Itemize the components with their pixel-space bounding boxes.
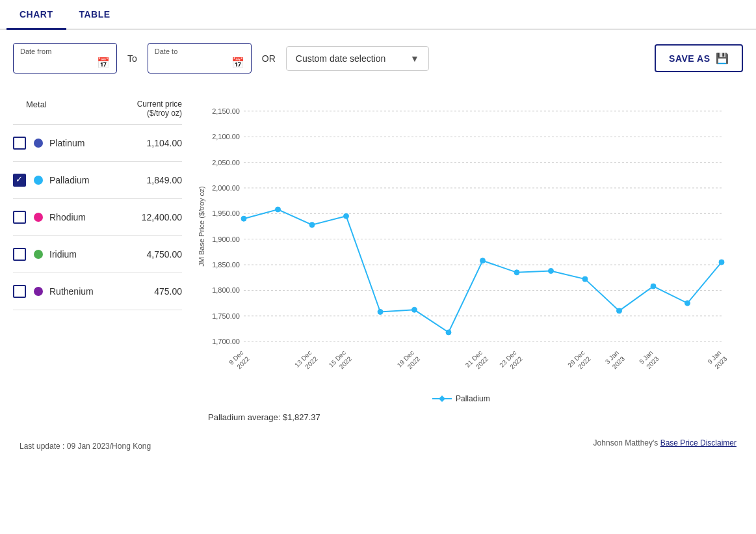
metal-name-ruthenium: Ruthenium — [49, 286, 137, 297]
svg-text:1,750.00: 1,750.00 — [212, 312, 240, 320]
dot-rhodium — [34, 213, 43, 222]
table-header: Metal Current price ($/troy oz) — [13, 93, 182, 125]
dot-palladium — [34, 176, 43, 185]
metal-row-iridium: Iridium4,750.00 — [13, 236, 182, 273]
metal-price-platinum: 1,104.00 — [137, 138, 182, 148]
palladium-average: Palladium average: $1,827.37 — [195, 412, 320, 422]
svg-point-49 — [514, 270, 519, 275]
metal-price-iridium: 4,750.00 — [137, 249, 182, 260]
metal-table: Metal Current price ($/troy oz) Platinum… — [7, 87, 189, 429]
date-to-calendar-icon[interactable]: 📅 — [231, 57, 244, 69]
checkbox-platinum[interactable] — [13, 137, 26, 150]
metal-price-ruthenium: 475.00 — [137, 286, 182, 297]
custom-date-label: Custom date selection — [296, 53, 386, 64]
svg-point-46 — [412, 307, 417, 312]
svg-point-55 — [719, 260, 724, 265]
svg-point-44 — [344, 213, 349, 219]
svg-point-54 — [685, 300, 690, 306]
svg-point-42 — [276, 207, 281, 212]
dot-platinum — [34, 139, 43, 148]
svg-text:2,150.00: 2,150.00 — [212, 107, 240, 115]
svg-text:2,000.00: 2,000.00 — [212, 184, 240, 192]
save-label: SAVE AS — [669, 53, 710, 64]
checkbox-palladium[interactable] — [13, 174, 26, 187]
svg-text:1,800.00: 1,800.00 — [212, 286, 240, 294]
metal-row-ruthenium: Ruthenium475.00 — [13, 273, 182, 310]
custom-date-select[interactable]: Custom date selection ▼ — [286, 46, 429, 71]
col-header-metal: Metal — [26, 100, 47, 118]
tab-chart[interactable]: CHART — [7, 0, 66, 29]
save-as-button[interactable]: SAVE AS 💾 — [655, 44, 743, 72]
checkbox-ruthenium[interactable] — [13, 285, 26, 298]
svg-text:1,950.00: 1,950.00 — [212, 209, 240, 217]
dot-iridium — [34, 250, 43, 259]
price-chart: 2,150.002,100.002,050.002,000.001,950.00… — [195, 93, 735, 405]
tab-table[interactable]: TABLE — [66, 0, 124, 29]
date-from-field: Date from Dec 9, 2022 📅 — [13, 43, 117, 73]
date-to-field: Date to Jan 9, 2023 📅 — [148, 43, 252, 73]
disclaimer-link[interactable]: Base Price Disclaimer — [660, 438, 736, 447]
chart-footer: Palladium average: $1,827.37 — [195, 412, 743, 422]
metal-rows-container: Platinum1,104.00Palladium1,849.00Rhodium… — [13, 125, 182, 310]
or-separator: OR — [259, 53, 278, 64]
svg-text:Palladium: Palladium — [456, 394, 490, 403]
to-separator: To — [125, 53, 140, 64]
metal-price-palladium: 1,849.00 — [137, 175, 182, 185]
svg-text:1,900.00: 1,900.00 — [212, 235, 240, 243]
date-from-input[interactable]: Dec 9, 2022 — [20, 58, 92, 68]
chevron-down-icon: ▼ — [410, 53, 419, 64]
disclaimer: Johnson Matthey's Base Price Disclaimer — [580, 438, 749, 454]
metal-name-palladium: Palladium — [49, 175, 137, 185]
date-from-calendar-icon[interactable]: 📅 — [97, 57, 110, 69]
chart-wrapper: 2,150.002,100.002,050.002,000.001,950.00… — [195, 93, 743, 405]
disclaimer-prefix: Johnson Matthey's — [593, 438, 660, 447]
svg-text:1,700.00: 1,700.00 — [212, 338, 240, 345]
controls-row: Date from Dec 9, 2022 📅 To Date to Jan 9… — [0, 30, 756, 87]
svg-text:2,050.00: 2,050.00 — [212, 159, 240, 167]
last-update: Last update : 09 Jan 2023/Hong Kong — [7, 431, 164, 461]
metal-price-rhodium: 12,400.00 — [137, 212, 182, 222]
svg-marker-57 — [439, 395, 445, 402]
svg-point-50 — [549, 268, 554, 273]
tabs-bar: CHART TABLE — [0, 0, 756, 30]
date-from-label: Date from — [20, 47, 110, 55]
svg-point-51 — [582, 276, 588, 282]
svg-text:1,850.00: 1,850.00 — [212, 261, 240, 269]
svg-point-47 — [446, 330, 451, 335]
bottom-row: Last update : 09 Jan 2023/Hong Kong John… — [0, 429, 756, 464]
checkbox-rhodium[interactable] — [13, 211, 26, 224]
save-icon: 💾 — [716, 52, 729, 64]
app-container: CHART TABLE Date from Dec 9, 2022 📅 To D… — [0, 0, 756, 534]
svg-point-48 — [480, 258, 486, 263]
svg-point-53 — [651, 284, 656, 289]
svg-text:2,100.00: 2,100.00 — [212, 133, 240, 140]
metal-name-platinum: Platinum — [49, 138, 137, 148]
metal-name-rhodium: Rhodium — [49, 212, 137, 222]
metal-name-iridium: Iridium — [49, 249, 137, 260]
svg-point-43 — [309, 222, 315, 228]
chart-area: 2,150.002,100.002,050.002,000.001,950.00… — [189, 87, 749, 429]
main-content: Metal Current price ($/troy oz) Platinum… — [0, 87, 756, 429]
metal-row-platinum: Platinum1,104.00 — [13, 125, 182, 162]
date-to-input[interactable]: Jan 9, 2023 — [155, 58, 226, 68]
svg-text:JM Base Price ($/troy oz): JM Base Price ($/troy oz) — [198, 186, 205, 266]
date-to-label: Date to — [155, 47, 244, 55]
dot-ruthenium — [34, 287, 43, 296]
col-header-price: Current price ($/troy oz) — [137, 100, 182, 118]
svg-point-45 — [378, 309, 383, 314]
metal-row-rhodium: Rhodium12,400.00 — [13, 199, 182, 236]
svg-point-52 — [617, 308, 622, 314]
svg-point-41 — [241, 216, 246, 221]
checkbox-iridium[interactable] — [13, 248, 26, 261]
metal-row-palladium: Palladium1,849.00 — [13, 162, 182, 199]
